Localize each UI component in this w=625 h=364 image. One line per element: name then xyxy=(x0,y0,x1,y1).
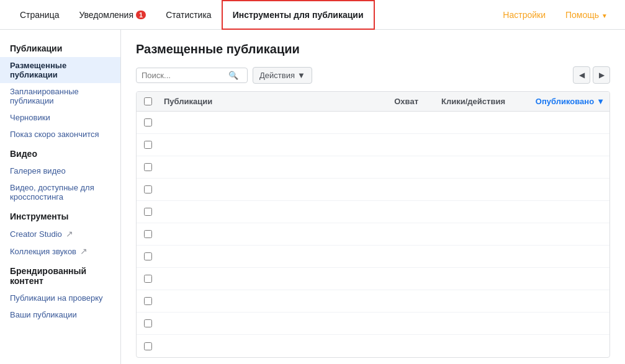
sidebar-section-title: Инструменты xyxy=(0,205,120,225)
sidebar: ПубликацииРазмещенные публикацииЗапланир… xyxy=(0,30,121,364)
table-row xyxy=(137,268,609,290)
sidebar-item-label: Размещенные публикации xyxy=(10,61,110,79)
table-header: Публикации Охват Клики/действия Опублико… xyxy=(137,92,609,112)
row-checkbox[interactable] xyxy=(144,297,152,305)
toolbar-left: 🔍 Действия ▼ xyxy=(136,67,312,84)
nav-item-right-help[interactable]: Помощь▼ xyxy=(558,10,615,20)
table-row xyxy=(137,290,609,313)
sort-icon: ▼ xyxy=(596,97,605,106)
sidebar-item-show-soon[interactable]: Показ скоро закончится xyxy=(0,126,120,143)
header-check[interactable] xyxy=(137,97,159,105)
sidebar-section-title: Публикации xyxy=(0,37,120,57)
sidebar-item-sound-collection[interactable]: Коллекция звуков↗ xyxy=(0,242,120,260)
nav-item-publishing-tools[interactable]: Инструменты для публикации xyxy=(222,0,375,30)
next-page-button[interactable]: ▶ xyxy=(593,66,610,84)
row-checkbox[interactable] xyxy=(144,141,152,149)
row-check-cell[interactable] xyxy=(137,141,159,149)
table-row xyxy=(137,246,609,268)
main-content: Размещенные публикации 🔍 Действия ▼ ◀ ▶ xyxy=(121,30,625,364)
row-check-cell[interactable] xyxy=(137,185,159,193)
actions-label: Действия xyxy=(259,71,295,80)
nav-left: СтраницаУведомления1СтатистикаИнструмент… xyxy=(10,0,375,30)
search-box[interactable]: 🔍 xyxy=(136,68,248,83)
row-checkbox[interactable] xyxy=(144,208,152,216)
sidebar-item-drafts[interactable]: Черновики xyxy=(0,109,120,126)
table-row xyxy=(137,201,609,223)
col-publications-header: Публикации xyxy=(159,97,361,106)
sidebar-item-video-gallery[interactable]: Галерея видео xyxy=(0,162,120,179)
row-checkbox[interactable] xyxy=(144,319,152,327)
sidebar-item-crossposting-video[interactable]: Видео, доступные для кросспостинга xyxy=(0,179,120,205)
sidebar-item-label: Черновики xyxy=(10,113,50,122)
external-link-icon: ↗ xyxy=(80,246,88,256)
top-nav: СтраницаУведомления1СтатистикаИнструмент… xyxy=(0,0,625,30)
page-title: Размещенные публикации xyxy=(136,42,610,56)
nav-item-right-settings[interactable]: Настройки xyxy=(495,10,553,20)
sidebar-section-title: Брендированный контент xyxy=(0,260,120,290)
row-check-cell[interactable] xyxy=(137,163,159,171)
table-row xyxy=(137,112,609,134)
sidebar-item-label: Показ скоро закончится xyxy=(10,130,99,139)
row-check-cell[interactable] xyxy=(137,342,159,350)
col-reach-header: Охват xyxy=(361,97,423,106)
published-label: Опубликовано xyxy=(536,97,594,106)
sidebar-item-label: Ваши публикации xyxy=(10,310,77,319)
table-row xyxy=(137,223,609,246)
nav-item-statistics[interactable]: Статистика xyxy=(156,0,222,30)
actions-button[interactable]: Действия ▼ xyxy=(253,67,312,84)
sidebar-item-scheduled-publications[interactable]: Запланированные публикации xyxy=(0,83,120,109)
sidebar-item-creator-studio[interactable]: Creator Studio↗ xyxy=(0,225,120,242)
table-row xyxy=(137,156,609,179)
sidebar-item-label: Коллекция звуков xyxy=(10,247,76,256)
main-layout: ПубликацииРазмещенные публикацииЗапланир… xyxy=(0,30,625,364)
sidebar-item-label: Галерея видео xyxy=(10,166,66,175)
chevron-down-icon: ▼ xyxy=(601,12,608,19)
sidebar-item-your-publications[interactable]: Ваши публикации xyxy=(0,306,120,323)
table-row xyxy=(137,134,609,156)
row-checkbox[interactable] xyxy=(144,342,152,350)
chevron-right-icon: ▶ xyxy=(599,71,605,79)
toolbar-right: ◀ ▶ xyxy=(573,66,610,84)
table-row xyxy=(137,179,609,201)
nav-right: НастройкиПомощь▼ xyxy=(495,10,615,20)
row-check-cell[interactable] xyxy=(137,208,159,216)
chevron-down-icon: ▼ xyxy=(297,71,305,80)
select-all-checkbox[interactable] xyxy=(144,97,152,105)
row-checkbox[interactable] xyxy=(144,185,152,193)
nav-item-notifications[interactable]: Уведомления1 xyxy=(69,0,156,30)
row-checkbox[interactable] xyxy=(144,252,152,260)
sidebar-section-title: Видео xyxy=(0,143,120,162)
nav-item-page[interactable]: Страница xyxy=(10,0,69,30)
row-check-cell[interactable] xyxy=(137,275,159,283)
external-link-icon: ↗ xyxy=(66,229,73,239)
nav-badge-notifications: 1 xyxy=(136,11,146,19)
col-published-header[interactable]: Опубликовано ▼ xyxy=(510,97,609,106)
row-checkbox[interactable] xyxy=(144,275,152,283)
toolbar: 🔍 Действия ▼ ◀ ▶ xyxy=(136,66,610,84)
chevron-left-icon: ◀ xyxy=(579,71,585,79)
row-check-cell[interactable] xyxy=(137,252,159,260)
sidebar-item-publications-review[interactable]: Публикации на проверку xyxy=(0,290,120,306)
table-row xyxy=(137,335,609,357)
row-check-cell[interactable] xyxy=(137,297,159,305)
table-body xyxy=(137,112,609,357)
row-checkbox[interactable] xyxy=(144,230,152,238)
row-checkbox[interactable] xyxy=(144,118,152,127)
sidebar-item-label: Видео, доступные для кросспостинга xyxy=(10,183,110,202)
row-check-cell[interactable] xyxy=(137,319,159,327)
row-checkbox[interactable] xyxy=(144,163,152,171)
sidebar-item-label: Запланированные публикации xyxy=(10,87,110,105)
sidebar-item-label: Публикации на проверку xyxy=(10,293,103,303)
row-check-cell[interactable] xyxy=(137,230,159,238)
sidebar-item-placed-publications[interactable]: Размещенные публикации xyxy=(0,57,120,83)
col-clicks-header: Клики/действия xyxy=(423,97,510,106)
publications-table: Публикации Охват Клики/действия Опублико… xyxy=(136,91,610,358)
search-input[interactable] xyxy=(142,71,228,80)
table-row xyxy=(137,313,609,335)
search-icon: 🔍 xyxy=(228,71,238,80)
row-check-cell[interactable] xyxy=(137,118,159,127)
sidebar-item-label: Creator Studio xyxy=(10,229,62,239)
prev-page-button[interactable]: ◀ xyxy=(573,66,590,84)
